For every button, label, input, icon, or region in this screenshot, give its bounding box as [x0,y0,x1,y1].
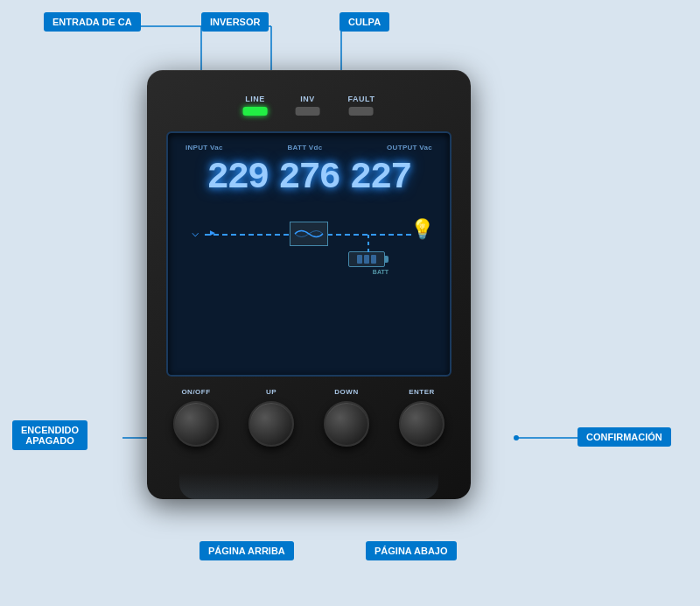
btn-group-enter: ENTER [399,388,444,447]
indicator-line-light [243,107,268,116]
btn-label-down: DOWN [334,388,358,396]
btn-knob-enter[interactable] [399,401,444,447]
indicator-inv-label: INV [300,95,315,103]
device-panel: LINE INV FAULT INPUT Vac BATT Vdc OUTPUT… [147,70,471,499]
label-entrada-ca: ENTRADA DE CA [44,12,141,32]
btn-knob-onoff[interactable] [173,401,219,447]
diagram-battery [348,251,385,267]
btn-label-up: UP [266,388,276,396]
lcd-value-input: 229 [207,157,269,199]
indicator-inv: INV [296,95,320,116]
indicator-line-label: LINE [245,95,265,103]
diagram-batt-label: BATT [373,269,388,275]
lcd-value-output: 227 [350,157,411,199]
btn-knob-up[interactable] [248,401,294,447]
lcd-value-batt: 276 [278,157,340,199]
indicator-line: LINE [243,95,268,116]
indicator-fault-label: FAULT [348,95,375,103]
label-inversor: INVERSOR [201,12,269,32]
lcd-numbers-display: 229 276 227 [178,157,439,199]
label-encendido-line1: ENCENDIDO [21,425,79,435]
indicators-row: LINE INV FAULT [243,95,375,116]
btn-group-up: UP [248,388,294,447]
lcd-label-batt: BATT Vdc [287,144,322,152]
label-apagado-line2: APAGADO [25,435,74,446]
buttons-row: ON/OFF UP DOWN ENTER [173,388,444,447]
lcd-label-output: OUTPUT Vac [387,144,432,152]
indicator-inv-light [296,107,320,116]
diagram-inverter-box [290,222,328,246]
btn-knob-down[interactable] [324,401,369,447]
label-confirmacion: CONFIRMACIÓN [578,427,671,447]
btn-label-enter: ENTER [409,388,435,396]
svg-point-12 [514,435,519,440]
label-pagina-abajo: PÁGINA ABAJO [366,541,457,560]
lcd-power-diagram: ⌵ ► 💡 [178,209,439,306]
diagram-load-icon: 💡 [410,218,434,241]
lcd-screen: INPUT Vac BATT Vdc OUTPUT Vac 229 276 22… [166,131,452,377]
label-encendido-apagado: ENCENDIDO APAGADO [12,420,88,450]
lcd-section-labels: INPUT Vac BATT Vdc OUTPUT Vac [178,144,439,152]
indicator-fault-light [349,107,374,116]
btn-group-onoff: ON/OFF [173,388,219,447]
diagram-power-icon: ⌵ [186,225,205,239]
diagram-arrow: ► [208,228,217,237]
indicator-fault: FAULT [348,95,375,116]
btn-label-onoff: ON/OFF [181,388,210,396]
label-pagina-arriba: PÁGINA ARRIBA [200,541,294,560]
lcd-label-input: INPUT Vac [186,144,223,152]
panel-reflection [179,473,438,499]
btn-group-down: DOWN [324,388,369,447]
label-culpa: CULPA [340,12,389,32]
